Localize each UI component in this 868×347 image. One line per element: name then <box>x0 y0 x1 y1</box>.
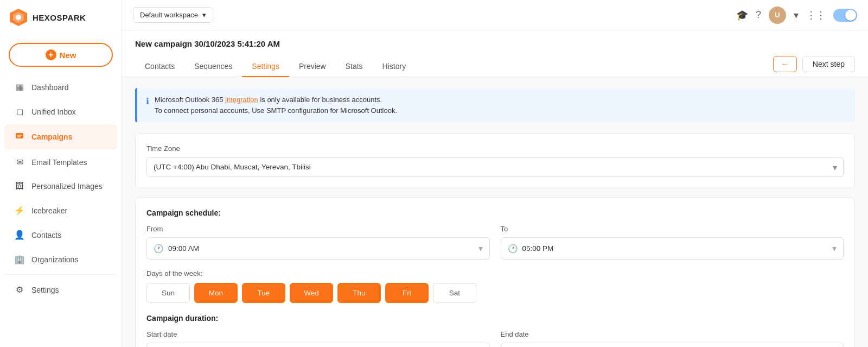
back-button[interactable]: ← <box>773 56 797 72</box>
topbar-right: 🎓 ? U ▾ ⋮⋮ <box>736 7 857 24</box>
days-row: Sun Mon Tue Wed Thu Fri Sat <box>146 283 844 303</box>
tab-stats[interactable]: Stats <box>336 56 373 77</box>
sidebar-item-label: Email Templates <box>31 158 87 167</box>
sidebar-item-label: Personalized Images <box>31 182 103 191</box>
timezone-label: Time Zone <box>146 144 844 153</box>
from-time-input[interactable]: 🕐 09:00 AM ▾ <box>146 237 490 260</box>
graduation-icon[interactable]: 🎓 <box>736 9 748 21</box>
day-mon[interactable]: Mon <box>194 283 238 303</box>
sidebar-item-personalized-images[interactable]: 🖼 Personalized Images <box>4 175 117 198</box>
info-line1-prefix: Microsoft Outlook 365 <box>155 96 225 104</box>
sidebar-item-label: Icebreaker <box>31 206 67 215</box>
sidebar-item-label: Campaigns <box>31 133 72 141</box>
avatar-chevron-icon[interactable]: ▾ <box>794 9 799 21</box>
day-fri[interactable]: Fri <box>385 283 429 303</box>
new-button-label: New <box>60 51 76 60</box>
theme-toggle[interactable] <box>833 9 857 22</box>
workspace-selector[interactable]: Default workspace ▾ <box>133 7 213 23</box>
tab-history[interactable]: History <box>373 56 416 77</box>
schedule-section: Campaign schedule: From 🕐 09:00 AM ▾ To <box>135 197 855 347</box>
settings-icon: ⚙ <box>14 285 25 295</box>
sidebar-item-unified-inbox[interactable]: ◻ Unified Inbox <box>4 100 117 123</box>
next-step-button[interactable]: Next step <box>802 56 855 72</box>
day-tue[interactable]: Tue <box>242 283 285 303</box>
end-date-label: End date <box>501 330 844 338</box>
svg-rect-3 <box>16 133 23 138</box>
from-time-field: From 🕐 09:00 AM ▾ <box>146 225 490 260</box>
days-label: Days of the week: <box>146 269 844 277</box>
timezone-section: Time Zone (UTC +4:00) Abu Dhabi, Muscat,… <box>135 133 855 188</box>
hexospark-logo-icon <box>9 8 28 27</box>
info-line2: To connect personal accounts, Use SMTP c… <box>155 106 397 115</box>
logo-area: HEXOSPARK <box>0 0 122 35</box>
content-area: New campaign 30/10/2023 5:41:20 AM Conta… <box>122 30 868 347</box>
tab-contacts[interactable]: Contacts <box>135 56 184 77</box>
from-label: From <box>146 225 490 233</box>
sidebar-item-label: Unified Inbox <box>31 108 76 116</box>
dashboard-icon: ▦ <box>14 82 25 92</box>
personalized-images-icon: 🖼 <box>14 181 25 191</box>
campaign-tabs: Contacts Sequences Settings Preview Stat… <box>135 56 416 77</box>
day-wed[interactable]: Wed <box>290 283 333 303</box>
day-sat[interactable]: Sat <box>433 283 476 303</box>
sidebar: HEXOSPARK + New ▦ Dashboard ◻ Unified In… <box>0 0 122 347</box>
day-sun[interactable]: Sun <box>146 283 190 303</box>
campaign-header: New campaign 30/10/2023 5:41:20 AM Conta… <box>122 30 868 77</box>
help-icon[interactable]: ? <box>756 9 761 21</box>
sidebar-item-icebreaker[interactable]: ⚡ Icebreaker <box>4 199 117 222</box>
info-banner-text: Microsoft Outlook 365 integration is onl… <box>155 94 397 116</box>
start-date-input[interactable]: 📅 30/10/2023 <box>146 343 490 347</box>
icebreaker-icon: ⚡ <box>14 205 25 216</box>
date-row: Start date 📅 30/10/2023 End date 📅 DD/MM… <box>146 330 844 347</box>
sidebar-item-organizations[interactable]: 🏢 Organizations <box>4 248 117 271</box>
sidebar-item-email-templates[interactable]: ✉ Email Templates <box>4 150 117 174</box>
settings-body: ℹ Microsoft Outlook 365 integration is o… <box>122 77 868 347</box>
info-line1-suffix: is only available for business accounts. <box>258 96 382 104</box>
info-banner: ℹ Microsoft Outlook 365 integration is o… <box>135 88 855 122</box>
sidebar-item-label: Dashboard <box>31 83 69 92</box>
from-time-chevron-icon: ▾ <box>478 243 483 254</box>
to-label: To <box>501 225 844 233</box>
end-date-input[interactable]: 📅 DD/MM/YYYY <box>501 343 844 347</box>
sidebar-item-campaigns[interactable]: Campaigns <box>4 124 117 149</box>
svg-point-2 <box>16 15 21 20</box>
logo-text: HEXOSPARK <box>33 13 86 22</box>
new-button-plus-icon: + <box>46 49 56 60</box>
tab-actions: ← Next step <box>773 56 855 77</box>
avatar-initials: U <box>775 11 780 19</box>
sidebar-item-label: Organizations <box>31 255 78 264</box>
day-thu[interactable]: Thu <box>337 283 381 303</box>
sidebar-item-settings[interactable]: ⚙ Settings <box>4 278 117 301</box>
sidebar-item-dashboard[interactable]: ▦ Dashboard <box>4 75 117 99</box>
tab-sequences[interactable]: Sequences <box>184 56 242 77</box>
sidebar-item-label: Settings <box>31 286 59 294</box>
to-time-field: To 🕐 05:00 PM ▾ <box>501 225 844 260</box>
new-button[interactable]: + New <box>9 43 113 67</box>
start-date-label: Start date <box>146 330 490 338</box>
apps-grid-icon[interactable]: ⋮⋮ <box>806 9 826 21</box>
sidebar-item-contacts[interactable]: 👤 Contacts <box>4 223 117 247</box>
workspace-chevron-icon: ▾ <box>202 11 206 19</box>
from-time-value: 09:00 AM <box>168 244 474 253</box>
campaigns-icon <box>14 131 25 143</box>
workspace-label: Default workspace <box>140 11 198 19</box>
clock-from-icon: 🕐 <box>154 244 164 254</box>
duration-label: Campaign duration: <box>146 314 844 323</box>
avatar[interactable]: U <box>769 7 786 24</box>
tab-preview[interactable]: Preview <box>289 56 336 77</box>
sidebar-divider <box>4 274 117 275</box>
timezone-select[interactable]: (UTC +4:00) Abu Dhabi, Muscat, Yerevan, … <box>146 157 844 177</box>
inbox-icon: ◻ <box>14 106 25 117</box>
campaign-title: New campaign 30/10/2023 5:41:20 AM <box>135 39 855 48</box>
to-time-chevron-icon: ▾ <box>832 243 837 254</box>
sidebar-nav: ▦ Dashboard ◻ Unified Inbox Campaigns ✉ … <box>0 74 122 347</box>
contacts-icon: 👤 <box>14 230 25 240</box>
tab-settings[interactable]: Settings <box>242 56 289 77</box>
clock-to-icon: 🕐 <box>508 244 518 254</box>
info-icon: ℹ <box>146 95 149 108</box>
to-time-input[interactable]: 🕐 05:00 PM ▾ <box>501 237 844 260</box>
toggle-knob <box>845 10 856 21</box>
organizations-icon: 🏢 <box>14 254 25 264</box>
timezone-wrapper: (UTC +4:00) Abu Dhabi, Muscat, Yerevan, … <box>146 157 844 177</box>
info-integration-link[interactable]: integration <box>225 96 258 104</box>
